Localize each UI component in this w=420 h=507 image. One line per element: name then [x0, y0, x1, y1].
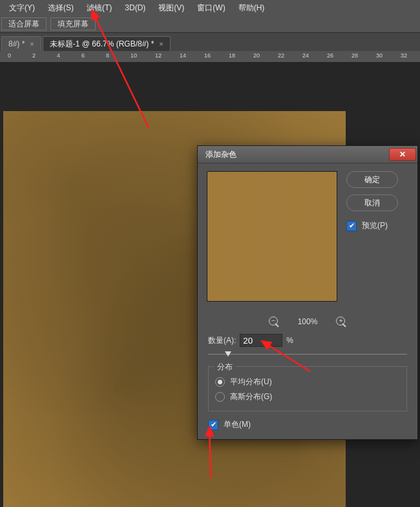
ruler-tick: 14 [180, 52, 186, 59]
tab-label: 8#) * [8, 39, 25, 48]
noise-preview [207, 171, 337, 302]
cancel-button[interactable]: 取消 [346, 194, 398, 211]
preview-checkbox-row[interactable]: ✔ 预览(P) [346, 220, 408, 231]
amount-input[interactable] [240, 334, 282, 347]
menu-text[interactable]: 文字(Y) [3, 0, 41, 16]
tab-label: 未标题-1 @ 66.7% (RGB/8#) * [50, 39, 154, 50]
ruler-tick: 16 [204, 52, 211, 59]
radio-unchecked-icon [215, 392, 225, 402]
ruler-tick: 8 [106, 52, 109, 59]
zoom-controls: − 100% + [198, 312, 417, 334]
radio-checked-icon [215, 377, 225, 387]
dialog-titlebar[interactable]: 添加杂色 ✕ [198, 146, 417, 163]
fill-screen-button[interactable]: 填充屏幕 [50, 17, 96, 30]
ruler-tick: 30 [376, 52, 383, 59]
add-noise-dialog: 添加杂色 ✕ 确定 取消 ✔ 预览(P) − 100% + 数量(A): % 分… [197, 145, 418, 440]
menu-window[interactable]: 窗口(W) [191, 0, 231, 16]
monochrome-label: 单色(M) [224, 419, 251, 430]
ruler-tick: 32 [401, 52, 407, 59]
amount-label: 数量(A): [208, 335, 236, 346]
zoom-out-icon[interactable]: − [268, 316, 280, 327]
fit-screen-button[interactable]: 适合屏幕 [1, 17, 47, 30]
checkbox-checked-icon[interactable]: ✔ [346, 221, 357, 231]
radio-label: 平均分布(U) [230, 377, 272, 388]
ruler-tick: 24 [302, 52, 309, 59]
ruler-tick: 2 [32, 52, 36, 59]
radio-label: 高斯分布(G) [230, 391, 272, 402]
ruler-tick: 4 [57, 52, 60, 59]
menu-view[interactable]: 视图(V) [152, 0, 191, 16]
dialog-close-button[interactable]: ✕ [389, 148, 416, 161]
menu-select[interactable]: 选择(S) [41, 0, 80, 16]
ok-button[interactable]: 确定 [346, 171, 398, 188]
document-tab-bar: 8#) * × 未标题-1 @ 66.7% (RGB/8#) * × [0, 33, 420, 51]
ruler-tick: 10 [131, 52, 137, 59]
radio-gaussian[interactable]: 高斯分布(G) [215, 389, 400, 404]
slider-thumb-icon[interactable] [225, 351, 231, 357]
distribution-legend: 分布 [214, 362, 236, 373]
monochrome-row[interactable]: ✔ 单色(M) [198, 419, 417, 439]
amount-unit: % [286, 336, 293, 345]
close-icon[interactable]: × [159, 40, 163, 48]
ruler-tick: 0 [8, 52, 11, 59]
checkbox-checked-icon[interactable]: ✔ [208, 420, 218, 430]
preview-label: 预览(P) [362, 220, 388, 231]
zoom-percent: 100% [298, 317, 318, 326]
ruler-tick: 22 [278, 52, 284, 59]
document-tab-active[interactable]: 未标题-1 @ 66.7% (RGB/8#) * × [43, 36, 171, 51]
amount-slider[interactable] [208, 349, 407, 360]
amount-row: 数量(A): % [198, 334, 417, 349]
menu-filter[interactable]: 滤镜(T) [80, 0, 118, 16]
ruler-tick: 12 [155, 52, 162, 59]
menu-3d[interactable]: 3D(D) [118, 0, 152, 16]
ruler-tick: 26 [327, 52, 333, 59]
document-tab[interactable]: 8#) * × [1, 36, 41, 51]
radio-uniform[interactable]: 平均分布(U) [215, 375, 400, 389]
menu-help[interactable]: 帮助(H) [232, 0, 271, 16]
horizontal-ruler: 0 2 4 6 8 10 12 14 16 18 20 22 24 26 28 … [0, 51, 420, 63]
zoom-in-icon[interactable]: + [335, 316, 347, 327]
close-icon: ✕ [399, 150, 406, 159]
slider-track [208, 354, 407, 355]
close-icon[interactable]: × [30, 40, 34, 48]
ruler-tick: 20 [253, 52, 260, 59]
options-bar: 适合屏幕 填充屏幕 [0, 16, 420, 33]
distribution-group: 分布 平均分布(U) 高斯分布(G) [208, 366, 407, 411]
dialog-title: 添加杂色 [205, 149, 236, 160]
ruler-tick: 18 [229, 52, 235, 59]
menu-bar: 文字(Y) 选择(S) 滤镜(T) 3D(D) 视图(V) 窗口(W) 帮助(H… [0, 0, 420, 16]
ruler-tick: 28 [352, 52, 358, 59]
ruler-tick: 6 [81, 52, 85, 59]
